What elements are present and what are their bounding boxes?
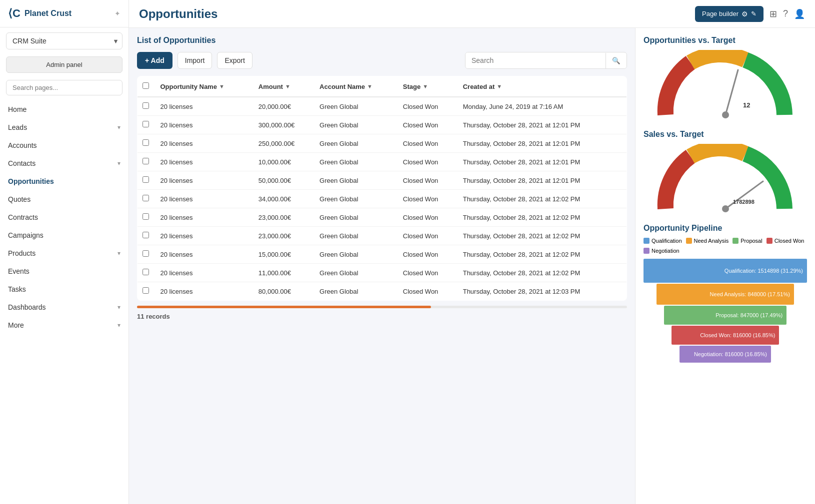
legend-color [732, 238, 738, 244]
stage-cell: Closed Won [398, 171, 458, 190]
suite-select[interactable]: CRM Suite [6, 32, 122, 49]
suite-select-wrapper[interactable]: CRM Suite ▾ [6, 32, 122, 49]
search-button[interactable]: 🔍 [606, 53, 626, 68]
select-all-checkbox[interactable] [142, 82, 149, 89]
row-checkbox[interactable] [142, 213, 149, 220]
account-name-cell[interactable]: Green Global [314, 245, 398, 264]
amount-cell: 23,000.00€ [254, 227, 314, 245]
chevron-down-icon: ▾ [118, 250, 120, 257]
table-row: 20 licenses 15,000.00€ Green Global Clos… [138, 245, 627, 264]
row-checkbox[interactable] [142, 121, 149, 127]
search-input[interactable] [466, 52, 606, 68]
account-name-cell[interactable]: Green Global [314, 282, 398, 301]
stage-cell: Closed Won [398, 227, 458, 245]
sidebar-item-dashboards[interactable]: Dashboards ▾ [0, 298, 128, 316]
user-icon[interactable]: 👤 [794, 8, 805, 19]
row-checkbox[interactable] [142, 232, 149, 238]
sidebar-item-more[interactable]: More ▾ [0, 316, 128, 334]
amount-cell: 34,000.00€ [254, 190, 314, 208]
sidebar-item-contacts[interactable]: Contacts ▾ [0, 154, 128, 172]
search-pages-input[interactable] [6, 80, 122, 95]
stage-cell: Closed Won [398, 208, 458, 227]
legend-item: Closed Won [766, 238, 804, 244]
opportunity-name-cell: 20 licenses [156, 97, 254, 116]
funnel-bar: Qualification: 1514898 (31.29%) [644, 259, 807, 283]
row-checkbox[interactable] [142, 287, 149, 294]
page-builder-button[interactable]: Page builder ⚙ ✎ [695, 6, 764, 22]
stage-cell: Closed Won [398, 282, 458, 301]
sidebar-item-leads[interactable]: Leads ▾ [0, 118, 128, 136]
col-header-opportunity-name: Opportunity Name ▼ [160, 83, 224, 90]
pin-icon[interactable]: ✦ [114, 9, 120, 17]
amount-cell: 23,000.00€ [254, 208, 314, 227]
row-checkbox[interactable] [142, 102, 149, 109]
chevron-down-icon: ▾ [118, 124, 120, 131]
sidebar-item-quotes[interactable]: Quotes [0, 190, 128, 208]
svg-point-6 [722, 205, 729, 212]
sidebar-item-campaigns[interactable]: Campaigns [0, 226, 128, 244]
sales-vs-target-widget: Sales vs. Target 1782898 [644, 130, 807, 214]
account-name-cell[interactable]: Green Global [314, 227, 398, 245]
col-header-created-at: Created at ▼ [463, 83, 502, 90]
pipeline-legend: QualificationNeed AnalysisProposalClosed… [644, 238, 807, 254]
stage-cell: Closed Won [398, 264, 458, 282]
page-builder-label: Page builder [702, 10, 738, 17]
account-name-cell[interactable]: Green Global [314, 97, 398, 116]
content-area: List of Opportunities + Add Import Expor… [129, 28, 815, 504]
sidebar-item-home-label: Home [8, 105, 26, 113]
help-icon[interactable]: ? [783, 8, 788, 19]
sidebar-item-products-label: Products [8, 249, 36, 257]
stage-cell: Closed Won [398, 116, 458, 134]
legend-label: Qualification [652, 238, 682, 244]
sidebar-item-tasks[interactable]: Tasks [0, 280, 128, 298]
table-wrapper: Opportunity Name ▼ Amount ▼ Account Name… [137, 76, 627, 301]
records-count: 11 records [137, 313, 170, 320]
edit-icon: ✎ [751, 10, 756, 17]
legend-label: Negotiation [652, 248, 680, 254]
legend-color [686, 238, 692, 244]
col-header-stage: Stage ▼ [403, 83, 428, 90]
sidebar-item-campaigns-label: Campaigns [8, 231, 44, 239]
sidebar-item-products[interactable]: Products ▾ [0, 244, 128, 262]
stage-cell: Closed Won [398, 97, 458, 116]
logo-area: ⟨C Planet Crust [8, 7, 72, 20]
account-name-cell[interactable]: Green Global [314, 190, 398, 208]
sidebar-item-accounts[interactable]: Accounts [0, 136, 128, 154]
gear-icon: ⚙ [742, 10, 748, 18]
amount-cell: 11,000.00€ [254, 264, 314, 282]
sidebar-item-home[interactable]: Home [0, 100, 128, 118]
opportunity-name-cell: 20 licenses [156, 171, 254, 190]
row-checkbox[interactable] [142, 176, 149, 183]
funnel-container: Qualification: 1514898 (31.29%)Need Anal… [644, 259, 807, 363]
legend-color [644, 238, 650, 244]
grid-icon[interactable]: ⊞ [770, 8, 777, 19]
row-checkbox[interactable] [142, 250, 149, 257]
table-row: 20 licenses 300,000.00€ Green Global Clo… [138, 116, 627, 134]
account-name-cell[interactable]: Green Global [314, 153, 398, 171]
legend-label: Proposal [740, 238, 762, 244]
account-name-cell[interactable]: Green Global [314, 134, 398, 153]
chevron-down-icon: ▾ [118, 322, 120, 329]
list-title: List of Opportunities [137, 36, 627, 45]
add-button[interactable]: + Add [137, 52, 172, 69]
sidebar-item-events[interactable]: Events [0, 262, 128, 280]
row-checkbox[interactable] [142, 195, 149, 201]
filter-icon: ▼ [367, 83, 372, 89]
account-name-cell[interactable]: Green Global [314, 208, 398, 227]
account-name-cell[interactable]: Green Global [314, 116, 398, 134]
sidebar-item-contracts[interactable]: Contracts [0, 208, 128, 226]
export-button[interactable]: Export [217, 52, 252, 69]
row-checkbox[interactable] [142, 158, 149, 164]
row-checkbox[interactable] [142, 269, 149, 275]
account-name-cell[interactable]: Green Global [314, 264, 398, 282]
amount-cell: 10,000.00€ [254, 153, 314, 171]
import-button[interactable]: Import [178, 52, 212, 69]
sidebar-item-accounts-label: Accounts [8, 141, 37, 149]
scroll-bar-fill [137, 306, 431, 308]
sidebar-item-opportunities[interactable]: Opportunities [0, 172, 128, 190]
account-name-cell[interactable]: Green Global [314, 171, 398, 190]
admin-panel-button[interactable]: Admin panel [6, 56, 122, 73]
created-at-cell: Thursday, October 28, 2021 at 12:01 PM [458, 134, 627, 153]
row-checkbox[interactable] [142, 139, 149, 146]
sales-vs-target-title: Sales vs. Target [644, 130, 807, 139]
